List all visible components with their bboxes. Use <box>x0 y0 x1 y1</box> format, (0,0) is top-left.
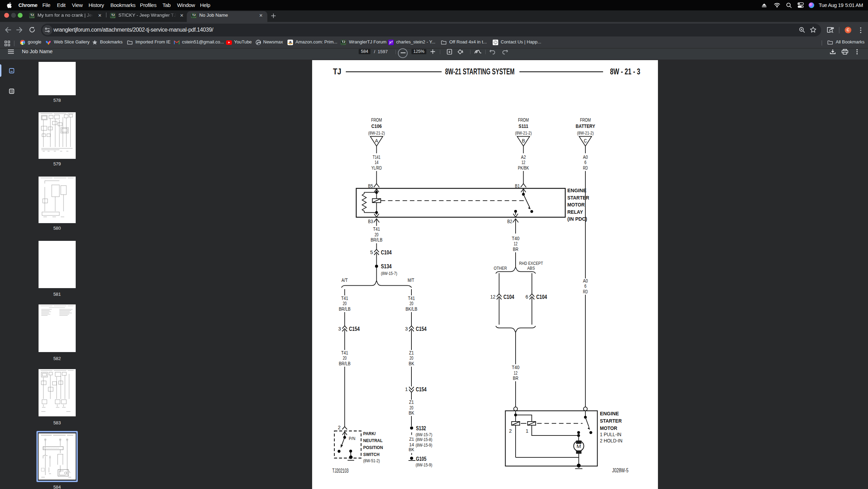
svg-text:PK/BK: PK/BK <box>518 165 529 171</box>
svg-text:BK: BK <box>409 447 414 452</box>
svg-text:BK/LB: BK/LB <box>406 306 417 312</box>
svg-text:20: 20 <box>410 355 414 361</box>
svg-text:BR: BR <box>513 246 518 252</box>
svg-text:MOTOR: MOTOR <box>567 202 585 207</box>
svg-text:T40: T40 <box>512 365 519 370</box>
svg-text:12: 12 <box>514 370 518 376</box>
svg-text:C106: C106 <box>372 123 382 129</box>
svg-text:20: 20 <box>410 301 414 306</box>
svg-text:S134: S134 <box>381 263 392 269</box>
svg-text:T41: T41 <box>341 350 348 356</box>
svg-text:2 HOLD-IN: 2 HOLD-IN <box>600 438 623 443</box>
svg-text:T41: T41 <box>408 295 415 301</box>
svg-text:20: 20 <box>343 301 347 306</box>
svg-text:2: 2 <box>338 425 341 430</box>
svg-text:B5: B5 <box>368 183 373 189</box>
svg-text:C104: C104 <box>381 250 392 255</box>
svg-text:M/T: M/T <box>408 277 414 283</box>
svg-text:8W - 21 - 3: 8W - 21 - 3 <box>610 67 640 76</box>
svg-text:NEUTRAL: NEUTRAL <box>363 438 383 443</box>
svg-text:BR/LB: BR/LB <box>339 306 351 312</box>
svg-text:14: 14 <box>409 442 414 447</box>
svg-text:(8W-15-9): (8W-15-9) <box>416 442 432 448</box>
svg-text:C154: C154 <box>416 386 427 392</box>
svg-text:M: M <box>576 443 581 449</box>
svg-text:T40: T40 <box>512 236 519 241</box>
svg-text:FROM: FROM <box>518 117 529 123</box>
svg-text:A0: A0 <box>583 278 588 284</box>
svg-text:Z1: Z1 <box>409 350 414 356</box>
svg-text:BK: BK <box>409 410 415 416</box>
svg-text:12: 12 <box>490 294 495 300</box>
svg-text:TJ202103: TJ202103 <box>332 468 349 474</box>
svg-text:12: 12 <box>514 241 518 246</box>
svg-text:6: 6 <box>584 283 586 289</box>
svg-text:BR/LB: BR/LB <box>371 237 383 243</box>
svg-text:(8W-15-7): (8W-15-7) <box>416 432 432 437</box>
svg-text:(IN PDC): (IN PDC) <box>567 216 587 222</box>
svg-text:P/N: P/N <box>349 436 356 441</box>
svg-text:T41: T41 <box>341 295 348 301</box>
svg-text:RD: RD <box>583 289 588 294</box>
svg-text:B3: B3 <box>368 219 373 224</box>
svg-text:12: 12 <box>521 160 525 165</box>
svg-text:1 PULL-IN: 1 PULL-IN <box>600 432 621 437</box>
svg-text:1: 1 <box>526 428 528 434</box>
svg-text:OTHER: OTHER <box>494 266 507 271</box>
svg-text:C104: C104 <box>536 294 547 300</box>
svg-text:RHD EXCEPT: RHD EXCEPT <box>519 261 543 266</box>
svg-text:STARTER: STARTER <box>600 418 622 424</box>
svg-text:8W-21 STARTING SYSTEM: 8W-21 STARTING SYSTEM <box>445 67 515 76</box>
svg-text:B1: B1 <box>515 183 520 189</box>
svg-text:(8W-15-7): (8W-15-7) <box>381 271 397 276</box>
svg-text:A2: A2 <box>521 154 526 160</box>
svg-text:J028W-5: J028W-5 <box>612 467 628 473</box>
svg-text:3: 3 <box>338 326 341 332</box>
svg-text:RD: RD <box>583 165 588 171</box>
svg-text:20: 20 <box>410 405 414 410</box>
svg-text:BK: BK <box>409 361 415 366</box>
svg-text:ABS: ABS <box>527 266 535 271</box>
svg-text:(8W-21-2): (8W-21-2) <box>577 130 594 136</box>
svg-text:A/T: A/T <box>342 277 348 283</box>
svg-text:ENGINE: ENGINE <box>567 187 586 193</box>
svg-text:A: A <box>375 138 378 144</box>
svg-text:Z1: Z1 <box>409 437 414 442</box>
svg-text:A0: A0 <box>583 154 588 160</box>
svg-text:20: 20 <box>343 355 347 361</box>
svg-text:G105: G105 <box>416 456 426 462</box>
svg-text:FROM: FROM <box>371 117 382 123</box>
svg-text:6: 6 <box>584 160 586 165</box>
svg-text:5: 5 <box>370 250 373 255</box>
svg-text:3: 3 <box>405 326 408 332</box>
svg-text:C104: C104 <box>503 294 514 300</box>
svg-text:FROM: FROM <box>580 117 591 123</box>
svg-text:BR: BR <box>513 375 518 381</box>
svg-text:YL/RD: YL/RD <box>372 165 382 171</box>
svg-text:(8W-21-2): (8W-21-2) <box>515 130 532 136</box>
svg-text:20: 20 <box>375 232 378 237</box>
svg-text:STARTER: STARTER <box>567 195 589 201</box>
svg-text:SWITCH: SWITCH <box>363 452 379 457</box>
svg-text:(8W-15-9): (8W-15-9) <box>416 462 432 467</box>
svg-text:RELAY: RELAY <box>567 209 583 215</box>
svg-text:BR/LB: BR/LB <box>339 361 351 366</box>
svg-text:T41: T41 <box>373 226 380 232</box>
svg-text:Z1: Z1 <box>409 399 414 405</box>
svg-text:POSITION: POSITION <box>363 445 383 450</box>
svg-text:ENGINE: ENGINE <box>600 410 619 416</box>
svg-text:S111: S111 <box>519 123 528 129</box>
svg-text:C: C <box>584 138 587 144</box>
svg-text:C154: C154 <box>349 326 360 332</box>
svg-text:1: 1 <box>405 386 408 392</box>
svg-text:14: 14 <box>375 160 378 165</box>
svg-text:(8W-21-2): (8W-21-2) <box>368 130 385 136</box>
svg-text:S132: S132 <box>416 425 426 431</box>
svg-text:6: 6 <box>526 294 528 300</box>
svg-text:TJ: TJ <box>333 67 341 76</box>
svg-text:PARK/: PARK/ <box>363 431 376 436</box>
svg-text:T141: T141 <box>373 154 381 160</box>
svg-text:2: 2 <box>509 428 512 434</box>
svg-text:BATTERY: BATTERY <box>576 123 595 129</box>
svg-text:B: B <box>522 138 525 144</box>
